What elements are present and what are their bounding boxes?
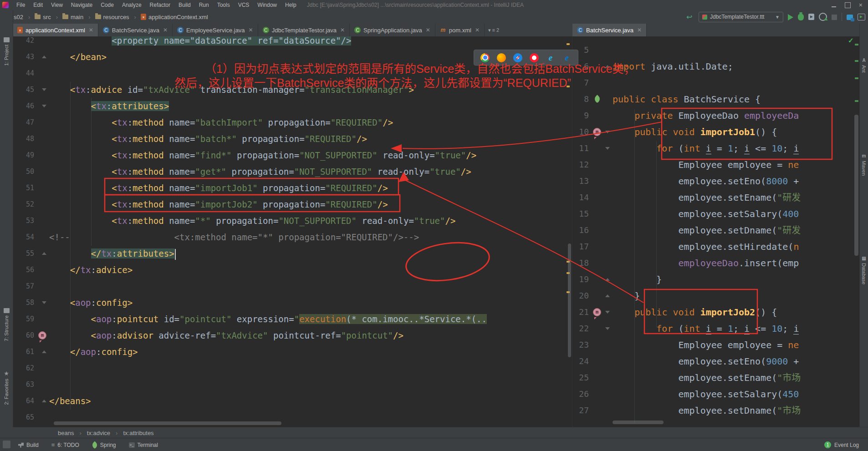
toolwindows-icon[interactable] <box>847 15 853 20</box>
event-log-button[interactable]: 1 Event Log <box>824 441 859 448</box>
scrollbar-thumb[interactable] <box>854 115 858 256</box>
menu-view[interactable]: View <box>47 2 67 8</box>
code-segment: () { <box>755 307 777 318</box>
toolwindow-button-ant[interactable]: AAnt <box>860 58 868 73</box>
edge-icon[interactable]: e <box>562 53 572 62</box>
statusbar-spring[interactable]: Spring <box>92 442 116 448</box>
code-segment: (* com.imooc..*Service.*(.. <box>346 314 487 324</box>
breadcrumb-item[interactable]: resources› <box>93 13 138 21</box>
code-segment: advice <box>96 265 128 275</box>
tab-close-icon[interactable]: ✕ <box>426 27 430 33</box>
profile-button[interactable] <box>819 13 827 21</box>
fold-marker-icon[interactable] <box>605 294 610 297</box>
tab-close-icon[interactable]: ✕ <box>249 27 253 33</box>
tab-close-icon[interactable]: ✕ <box>475 27 480 33</box>
run-configuration-select[interactable]: JdbcTemplateTestor.ttt ▼ <box>699 12 783 22</box>
fold-marker-icon[interactable] <box>605 131 610 133</box>
fold-marker-icon[interactable] <box>42 350 46 353</box>
toolwindow-switcher-icon[interactable] <box>3 441 10 448</box>
firefox-icon[interactable] <box>497 53 506 62</box>
menu-build[interactable]: Build <box>174 2 195 8</box>
fold-marker-icon[interactable] <box>605 147 610 150</box>
menu-vcs[interactable]: VCS <box>234 2 254 8</box>
menu-analyze[interactable]: Analyze <box>118 2 146 8</box>
close-icon[interactable]: × <box>859 3 863 8</box>
menu-run[interactable]: Run <box>195 2 213 8</box>
toolwindow-button-2-favorites[interactable]: ★2: Favorites <box>0 370 13 405</box>
scrollbar-thumb[interactable] <box>568 243 571 357</box>
chrome-icon[interactable] <box>480 53 490 62</box>
menu-refactor[interactable]: Refactor <box>146 2 174 8</box>
statusbar-build[interactable]: Build <box>18 442 39 448</box>
tab-pom.xml[interactable]: mpom.xml✕ <box>435 24 485 36</box>
menu-window[interactable]: Window <box>253 2 281 8</box>
xml-breadcrumb-item[interactable]: beans <box>56 430 76 436</box>
tab-close-icon[interactable]: ✕ <box>637 27 642 33</box>
split-divider[interactable] <box>572 36 572 427</box>
breadcrumb-item[interactable]: main› <box>61 13 92 21</box>
menu-tools[interactable]: Tools <box>213 2 234 8</box>
fold-marker-icon[interactable] <box>42 56 46 58</box>
code-segment: method <box>133 199 164 209</box>
maximize-icon[interactable] <box>845 2 851 8</box>
fold-marker-icon[interactable] <box>605 311 610 314</box>
tab-close-icon[interactable]: ✕ <box>163 27 168 33</box>
code-segment: tx <box>117 134 128 144</box>
rollback-arrow-icon[interactable]: ↩ <box>686 13 694 21</box>
run-anything-icon[interactable] <box>858 14 865 20</box>
tab-BatchService.java[interactable]: CBatchService.java✕ <box>98 24 173 36</box>
bookmark-m-icon[interactable]: m <box>593 128 601 136</box>
scrollbar-thumb[interactable] <box>54 421 281 425</box>
statusbar-6-todo[interactable]: ≡6: TODO <box>51 441 79 448</box>
left-editor[interactable]: 42 <property name="dataSource" ref="data… <box>13 36 572 427</box>
xml-breadcrumb-item[interactable]: tx:advice <box>85 430 112 436</box>
fold-marker-icon[interactable] <box>605 65 610 68</box>
code-segment: read-only= <box>378 150 435 160</box>
breadcrumb-item[interactable]: xapplicationContext.xml <box>139 13 210 21</box>
minimize-icon[interactable] <box>832 3 837 8</box>
spring-bean-icon[interactable] <box>593 95 601 103</box>
toolwindow-button-database[interactable]: ▤Database <box>860 256 868 284</box>
fold-marker-icon[interactable] <box>42 400 46 402</box>
statusbar-terminal[interactable]: >_Terminal <box>129 442 158 448</box>
fold-marker-icon[interactable] <box>42 88 46 91</box>
fold-marker-icon[interactable] <box>605 327 610 330</box>
run-button[interactable] <box>788 14 793 20</box>
menu-code[interactable]: Code <box>97 2 118 8</box>
toolwindow-button-maven[interactable]: mMaven <box>860 153 868 176</box>
bookmark-m-icon[interactable]: m <box>38 331 46 340</box>
fold-marker-icon[interactable] <box>42 105 46 107</box>
fold-marker-icon[interactable] <box>42 252 46 255</box>
bookmark-m-icon[interactable]: m <box>593 308 601 316</box>
tab-SpringApplication.java[interactable]: CSpringApplication.java✕ <box>350 24 435 36</box>
inspection-ok-icon: ✓ <box>848 36 854 45</box>
menu-navigate[interactable]: Navigate <box>67 2 97 8</box>
debug-button[interactable] <box>798 14 804 20</box>
opera-icon[interactable] <box>530 53 539 62</box>
tab-JdbcTemplateTestor.java[interactable]: CJdbcTemplateTestor.java✕ <box>258 24 350 36</box>
fold-marker-icon[interactable] <box>605 278 610 281</box>
coverage-button[interactable] <box>808 14 814 20</box>
right-editor[interactable]: 56import java.util.Date;78public class B… <box>572 36 860 427</box>
stop-button[interactable] <box>832 15 837 20</box>
menu-edit[interactable]: Edit <box>29 2 47 8</box>
hidden-tabs-dropdown[interactable]: ▾≡2 <box>485 24 503 36</box>
breadcrumb-item[interactable]: src› <box>33 13 60 21</box>
tab-close-icon[interactable]: ✕ <box>89 27 93 33</box>
tab-EmployeeService.java[interactable]: CEmployeeService.java✕ <box>173 24 258 36</box>
menu-help[interactable]: Help <box>281 2 301 8</box>
code-segment: tx <box>117 216 128 226</box>
fold-marker-icon[interactable] <box>42 301 46 304</box>
code-segment <box>613 340 679 350</box>
ie-icon[interactable]: e <box>546 53 555 62</box>
tab-close-icon[interactable]: ✕ <box>340 27 345 33</box>
xml-breadcrumb-item[interactable]: tx:attributes <box>121 430 155 436</box>
tab-BatchService.java[interactable]: CBatchService.java✕ <box>572 24 647 36</box>
toolwindow-button-7-structure[interactable]: 7: Structure <box>0 308 13 341</box>
menu-file[interactable]: File <box>12 2 29 8</box>
scrollbar-thumb[interactable] <box>613 421 664 424</box>
tab-applicationContext.xml[interactable]: xapplicationContext.xml✕ <box>13 24 98 36</box>
toolwindow-button-1-project[interactable]: 1: Project <box>0 37 13 66</box>
safari-icon[interactable] <box>513 53 522 62</box>
code-segment: employee.setEno( <box>679 356 766 367</box>
